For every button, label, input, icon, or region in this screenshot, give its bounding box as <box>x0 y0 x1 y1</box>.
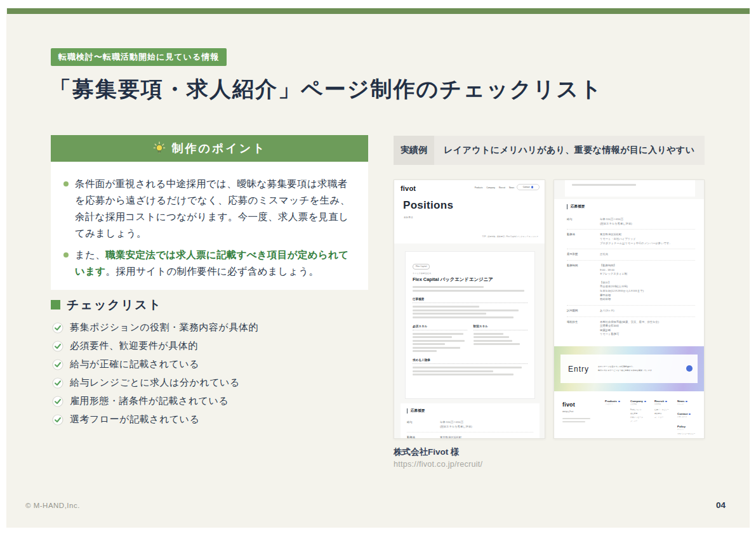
checklist: 募集ポジションの役割・業務内容が具体的 必須要件、歓迎要件が具体的 給与が正確に… <box>52 318 258 429</box>
mini-apply-row-value: 【勤務時間】 9:00 - 18:00 ※フレックスタイム制 【休日】 完全週休… <box>600 264 695 302</box>
checklist-square-icon <box>51 300 60 309</box>
example-label: 実績例 <box>394 136 434 165</box>
client-url[interactable]: https://fivot.co.jp/recruit/ <box>394 460 482 469</box>
mini-footer-col-label: Contact <box>677 412 691 415</box>
screenshot-positions-page: fivot Products Company Recruit News Cont… <box>394 179 545 439</box>
section-badge: 転職検討〜転職活動開始に見ている情報 <box>51 48 227 66</box>
mini-logo: fivot <box>401 185 416 192</box>
mini-apply-row-label: 勤務地 <box>407 436 440 439</box>
mini-footer-col-sub: ポリシー <box>677 429 696 431</box>
mini-footer-col: Company 会社情報 Fivotについて 会社概要 代表メッセージ メンバー <box>630 400 646 424</box>
mini-apply-row-value: 年俸:550万〜650万 (想定スキルを考慮し決定) <box>440 420 533 429</box>
point-bullet: また、職業安定法では求人票に記載すべき項目が定められています。採用サイトの制作要… <box>63 247 355 280</box>
checklist-item-label: 雇用形態・諸条件が記載されている <box>70 395 229 407</box>
mini-footer-col-sub: プロダクト <box>605 403 620 405</box>
mini-entry-arrow-icon <box>686 365 693 372</box>
mini-footer-col: Policy ポリシー プライバシーポリシー <box>677 425 696 435</box>
checklist-item: 選考フローが記載されている <box>52 410 258 429</box>
top-green-bar <box>7 8 750 14</box>
mini-contact-arrow-icon <box>531 186 534 188</box>
mini-footer-col-sub: 会社情報 <box>630 403 646 405</box>
mini-apply-row: 勤務地 東京都港区浜松町 リモート・出社ハイブリッド プロダクトチームはリモート… <box>567 230 695 249</box>
points-header-label: 制作のポイント <box>171 141 266 156</box>
mini-apply-row: 試用期間 あり(3ヶ月) <box>567 306 695 317</box>
example-description: レイアウトにメリハリがあり、重要な情報が目に入りやすい <box>434 145 694 156</box>
mini-nav: Products Company Recruit News <box>475 186 514 189</box>
mini-apply-block: 応募概要 給与 年俸:550万〜650万 (想定スキルを考慮し決定) 勤務地 東… <box>401 403 540 439</box>
mini-section-heading: 歓迎スキル <box>474 325 528 330</box>
checklist-item-label: 募集ポジションの役割・業務内容が具体的 <box>70 322 258 334</box>
checklist-item-label: 給与が正確に記載されている <box>70 358 199 370</box>
mini-apply-row-value: 東京都港区浜松町 リモート・出社ハイブリッド プロダクトチームはリモート中心のメ… <box>600 233 695 245</box>
mini-apply-row: 給与 年俸:550万〜650万 (想定スキルを考慮し決定) <box>567 214 695 230</box>
mini-footer-logo: fivot <box>562 401 575 408</box>
mini-apply-row: 勤務時間 【勤務時間】 9:00 - 18:00 ※フレックスタイム制 【休日】… <box>567 261 695 306</box>
mini-nav-item: News <box>509 186 514 189</box>
checklist-heading: チェックリスト <box>51 297 162 313</box>
mini-apply-row-value: 東京都港区浜松町 リモート・出社ハイブリッド プロダクトチームはリモート中心のメ… <box>440 436 533 439</box>
chevron-icon <box>689 414 691 415</box>
mini-footer-col-label: Company <box>630 400 646 403</box>
checklist-item: 給与レンジごとに求人は分かれている <box>52 374 258 392</box>
mini-job-intro <box>413 286 527 292</box>
mini-skill-columns: 必須スキル 歓迎スキル <box>413 325 527 353</box>
mini-footer-address <box>562 421 585 422</box>
mini-footer-col: News ニュース <box>677 400 687 405</box>
mini-footer-links: プライバシーポリシー <box>677 433 696 435</box>
mini-entry-banner: Entry 次のステージを迎えている転職希望の方、 時代が求めるサービスを一緒に… <box>554 346 704 391</box>
mini-apply-row-label: 給与 <box>567 218 600 226</box>
mini-nav-item: Company <box>486 186 495 189</box>
check-circle-icon <box>52 414 63 426</box>
mini-footer: fivot 株式会社Fivot Products プロダクト Company 会… <box>554 391 704 439</box>
mini-contact-button: Contact <box>517 184 540 190</box>
mini-footer-col-label: Policy <box>677 425 696 428</box>
mini-apply-heading: 応募概要 <box>407 408 533 414</box>
mini-footer-col-sub: ニュース <box>677 403 687 405</box>
mini-section-heading: 仕事概要 <box>413 297 527 303</box>
mini-apply-row-value: 各種社会保険完備(健康、労災、雇用、厚生年金) 交通費全額支給 健康診断 リモー… <box>600 320 695 337</box>
check-circle-icon <box>52 341 63 352</box>
chevron-icon <box>618 401 620 403</box>
mini-apply-row-label: 雇用形態 <box>567 252 600 257</box>
mini-footer-col-label: News <box>677 400 687 403</box>
mini-page-subtitle: 募集要項 <box>404 216 413 219</box>
mini-section-person: 求める人物像 <box>413 358 527 375</box>
mini-footer-links: Fivotについて 会社概要 代表メッセージ メンバー <box>630 408 646 424</box>
mini-section-required: 必須スキル <box>413 325 467 353</box>
mini-apply-row-label: 福利厚生 <box>567 320 600 337</box>
mini-card-remnant <box>565 180 695 197</box>
mini-apply-row-value: あり(3ヶ月) <box>600 309 695 313</box>
mini-footer-company: 株式会社Fivot <box>562 410 573 413</box>
mini-job-card: Flex Capital キャリア採用/正社員 Flex Capital バック… <box>405 251 535 399</box>
points-panel-body: 条件面が重視される中途採用では、曖昧な募集要項は求職者を応募から遠ざけるだけでな… <box>51 162 368 290</box>
mini-job-tag: Flex Capital <box>413 264 430 270</box>
checklist-item: 雇用形態・諸条件が記載されている <box>52 392 258 410</box>
mini-apply-row-label: 勤務地 <box>567 233 600 245</box>
checklist-item-label: 選考フローが記載されている <box>70 414 199 426</box>
chevron-icon <box>686 401 687 403</box>
copyright: © M-HAND,Inc. <box>25 502 80 509</box>
mini-apply-row: 福利厚生 各種社会保険完備(健康、労災、雇用、厚生年金) 交通費全額支給 健康診… <box>567 317 695 341</box>
mini-entry-heading: Entry <box>568 365 589 374</box>
points-panel-header: 制作のポイント <box>51 135 368 162</box>
mini-footer-col-sub: お問い合わせ <box>677 416 691 418</box>
check-circle-icon <box>52 377 63 389</box>
checklist-heading-label: チェックリスト <box>67 298 162 311</box>
mini-entry-panel: Entry 次のステージを迎えている転職希望の方、 時代が求めるサービスを一緒に… <box>560 355 698 383</box>
check-circle-icon <box>52 359 63 370</box>
mini-section-overview: 仕事概要 <box>413 297 527 318</box>
mini-apply-row: 勤務地 東京都港区浜松町 リモート・出社ハイブリッド プロダクトチームはリモート… <box>407 433 533 439</box>
mini-section-heading: 必須スキル <box>413 325 467 330</box>
mini-page-title: Positions <box>403 199 453 212</box>
points-panel: 制作のポイント 条件面が重視される中途採用では、曖昧な募集要項は求職者を応募から… <box>51 135 368 290</box>
point-text: また、職業安定法では求人票に記載すべき項目が定められています。採用サイトの制作要… <box>75 247 355 280</box>
mini-footer-links: 社員インタビュー 募集要項 エントリー <box>654 408 669 419</box>
mini-apply-table: 給与 年俸:550万〜650万 (想定スキルを考慮し決定) 勤務地 東京都港区浜… <box>567 214 695 340</box>
mini-footer-col-label: Products <box>605 400 620 403</box>
mini-job-title: Flex Capital バックエンドエンジニア <box>413 277 527 283</box>
mini-apply-row: 雇用形態 正社員 <box>567 249 695 261</box>
mini-apply-row-value: 年俸:550万〜650万 (想定スキルを考慮し決定) <box>600 218 695 226</box>
page-number: 04 <box>716 500 726 510</box>
checklist-item-label: 給与レンジごとに求人は分かれている <box>70 377 240 389</box>
mini-footer-col: Recruit 採用情報 社員インタビュー 募集要項 エントリー <box>654 400 669 419</box>
